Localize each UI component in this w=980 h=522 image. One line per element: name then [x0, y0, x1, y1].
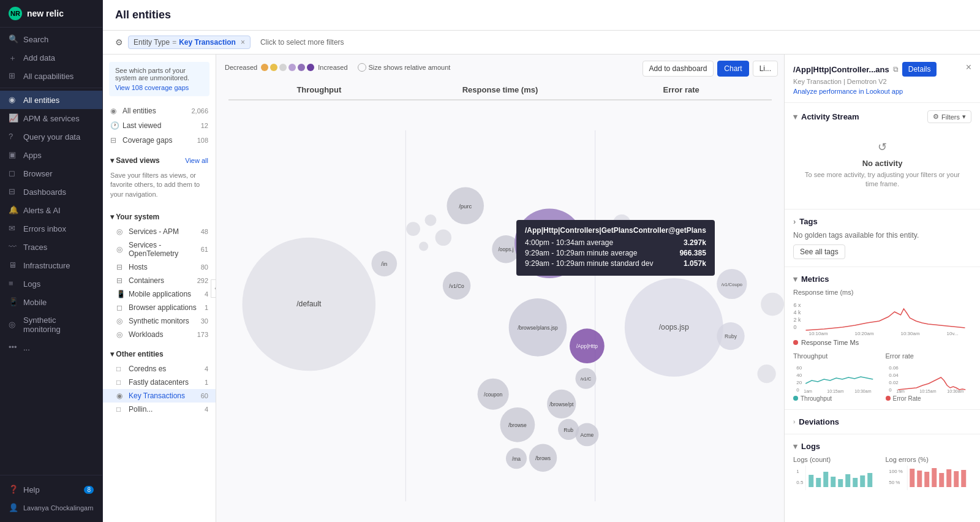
collapse-left-panel[interactable]: ‹	[211, 279, 216, 298]
user-icon: 👤	[9, 503, 18, 513]
sidebar-item-alerts[interactable]: 🔔 Alerts & AI	[0, 201, 102, 219]
throughput-label: Throughput	[793, 352, 880, 360]
copy-icon[interactable]: ⧉	[893, 65, 899, 74]
see-all-tags-button[interactable]: See all tags	[793, 244, 845, 259]
entity-list-last-viewed[interactable]: 🕐 Last viewed 12	[103, 118, 216, 133]
sub-item-containers[interactable]: ⊟ Containers 292	[103, 274, 216, 287]
sidebar-item-query[interactable]: ? Query your data	[0, 127, 102, 146]
sidebar-item-browser[interactable]: ◻ Browser	[0, 164, 102, 183]
metrics-section: ▾ Metrics Response time (ms) 6 x 4 k 2 k…	[785, 267, 980, 410]
hosts-icon: ⊟	[116, 263, 125, 271]
pollin-icon: □	[116, 405, 125, 414]
sidebar-item-add-data[interactable]: ＋ Add data	[0, 48, 102, 67]
chart-view-button[interactable]: Chart	[717, 61, 748, 77]
bubble-small-6[interactable]	[628, 232, 639, 243]
sidebar-item-dashboards[interactable]: ⊟ Dashboards	[0, 183, 102, 201]
logs-title: ▾ Logs	[793, 442, 971, 451]
svg-text:0.02: 0.02	[889, 380, 899, 385]
sidebar-item-all-entities[interactable]: ◉ All entities	[0, 91, 102, 109]
sidebar-item-apps[interactable]: ▣ Apps	[0, 146, 102, 164]
error-rate-legend: Error Rate	[886, 395, 972, 402]
coverage-link[interactable]: View 108 coverage gaps	[115, 84, 203, 91]
deviations-section[interactable]: › Deviations	[785, 410, 980, 434]
sidebar-item-all-capabilities[interactable]: ⊞ All capabilities	[0, 67, 102, 85]
filter-add-button[interactable]: Click to select more filters	[255, 36, 349, 48]
sub-item-services-otel[interactable]: ◎ Services - OpenTelemetry 61	[103, 238, 216, 260]
sidebar-item-synthetic[interactable]: ◎ Synthetic monitoring	[0, 311, 102, 338]
bubble-small-2[interactable]	[419, 241, 428, 251]
sidebar-item-apm[interactable]: 📈 APM & services	[0, 109, 102, 127]
response-time-legend: Response Time Ms	[793, 339, 971, 346]
bubble-small-7[interactable]	[603, 228, 617, 242]
logo: NR new relic	[0, 0, 102, 28]
bubble-small-8[interactable]	[761, 293, 784, 316]
sub-item-hosts[interactable]: ⊟ Hosts 80	[103, 260, 216, 274]
bubble-chart[interactable]: /default /in /purc /oops.j /v1/Co /App|H…	[216, 110, 784, 522]
panel-resize-handle[interactable]	[785, 55, 787, 522]
saved-views-all-link[interactable]: View all	[185, 157, 208, 164]
svg-text:10:20am: 10:20am	[855, 331, 874, 336]
decreased-label: Decreased	[225, 64, 257, 71]
sidebar-item-logs[interactable]: ≡ Logs	[0, 274, 102, 293]
dashboards-icon: ⊟	[9, 187, 18, 197]
svg-rect-64	[954, 471, 959, 487]
other-entities-header[interactable]: ▾ Other entities	[103, 346, 216, 362]
close-panel-button[interactable]: ×	[966, 62, 971, 73]
panel-link[interactable]: Analyze performance in Lookout app	[793, 88, 961, 95]
metrics-header[interactable]: ▾ Metrics	[793, 274, 971, 284]
activity-stream-header[interactable]: ▾ Activity Stream ⚙ Filters ▾	[793, 110, 971, 123]
svg-text:60: 60	[796, 365, 802, 371]
your-system-header[interactable]: ▾ Your system	[103, 209, 216, 225]
left-panel: See which parts of your system are unmon…	[103, 55, 216, 522]
sidebar-item-help[interactable]: ❓ Help 8	[0, 480, 102, 499]
sub-item-workloads[interactable]: ◎ Workloads 173	[103, 328, 216, 341]
sidebar-item-infrastructure[interactable]: 🖥 Infrastructure	[0, 256, 102, 274]
sidebar-item-errors[interactable]: ✉ Errors inbox	[0, 219, 102, 238]
sidebar-item-more[interactable]: ••• ...	[0, 338, 102, 357]
bubble-small-9[interactable]	[757, 365, 775, 383]
sub-item-mobile-apps[interactable]: 📱 Mobile applications 4	[103, 287, 216, 301]
svg-text:/ma: /ma	[512, 456, 521, 462]
activity-filters-button[interactable]: ⚙ Filters ▾	[927, 110, 971, 123]
no-activity-sub: To see more activity, try adjusting your…	[799, 170, 965, 189]
saved-views-header[interactable]: ▾ Saved views View all	[103, 153, 216, 168]
sidebar-item-user[interactable]: 👤 Lavanya Chockalingam	[0, 499, 102, 517]
sub-item-browser-apps[interactable]: ◻ Browser applications 1	[103, 301, 216, 314]
sub-item-synthetic-monitors[interactable]: ◎ Synthetic monitors 30	[103, 314, 216, 328]
details-button[interactable]: Details	[902, 62, 937, 77]
logo-text: new relic	[27, 9, 64, 18]
svg-rect-49	[831, 477, 835, 487]
legend-dot-1	[261, 64, 268, 71]
entity-icon: ◉	[9, 95, 18, 105]
svg-rect-46	[809, 475, 813, 487]
refresh-icon[interactable]: ↺	[799, 140, 965, 154]
filter-chip-close[interactable]: ×	[241, 38, 245, 47]
sub-item-coredns[interactable]: □ Coredns es 4	[103, 362, 216, 376]
svg-text:0: 0	[889, 387, 892, 393]
sidebar-item-search[interactable]: 🔍 Search	[0, 30, 102, 48]
svg-text:/v1/C: /v1/C	[581, 376, 592, 382]
svg-rect-61	[932, 468, 937, 487]
apps-icon: ▣	[9, 150, 18, 160]
bubble-small-1[interactable]	[406, 222, 420, 236]
svg-rect-47	[816, 478, 821, 487]
sub-item-pollin[interactable]: □ Pollin... 4	[103, 403, 216, 416]
bubble-small-4[interactable]	[435, 230, 451, 246]
svg-text:10:30am: 10:30am	[854, 389, 871, 393]
tags-header[interactable]: › Tags	[793, 217, 971, 226]
sub-item-key-transactions[interactable]: ◉ Key Transactions 60	[103, 389, 216, 403]
filter-chip-entity-type[interactable]: Entity Type = Key Transaction ×	[128, 36, 251, 49]
list-view-button[interactable]: Li...	[753, 61, 778, 77]
panel-entity-name: /App|Http|Controller...ans	[793, 65, 889, 74]
sub-item-fastly[interactable]: □ Fastly datacenters 1	[103, 376, 216, 389]
bubble-small-3[interactable]	[425, 214, 437, 226]
apm-icon: 📈	[9, 113, 18, 123]
add-to-dashboard-button[interactable]: Add to dashboard	[643, 61, 714, 77]
entity-list-coverage-gaps[interactable]: ⊟ Coverage gaps 108	[103, 133, 216, 148]
sidebar-item-mobile[interactable]: 📱 Mobile	[0, 293, 102, 311]
bubble-small-5[interactable]	[613, 214, 630, 232]
sub-item-services-apm[interactable]: ◎ Services - APM 48	[103, 225, 216, 238]
svg-text:/App|Http|Contro...: /App|Http|Contro...	[528, 241, 571, 247]
entity-list-all[interactable]: ◉ All entities 2,066	[103, 104, 216, 118]
sidebar-item-traces[interactable]: 〰 Traces	[0, 238, 102, 256]
